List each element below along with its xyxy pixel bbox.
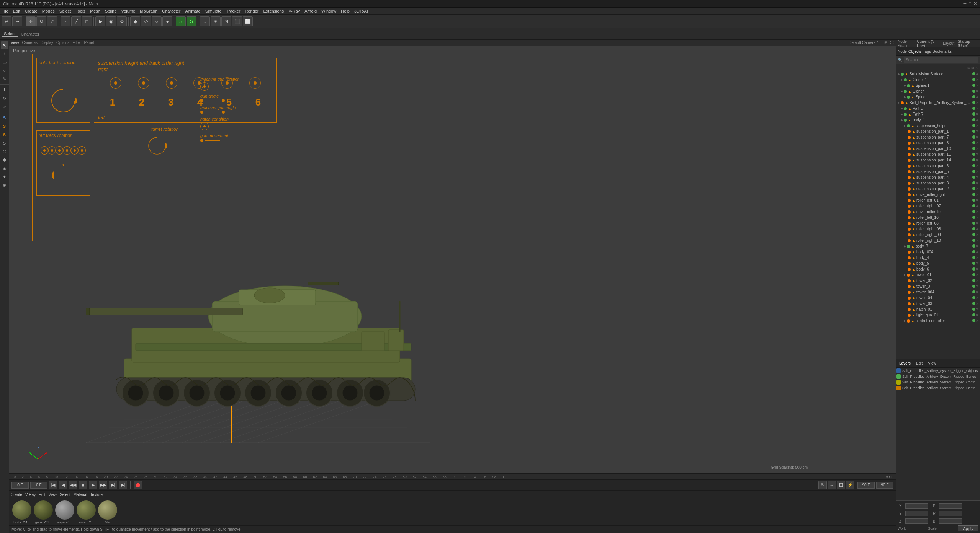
left-rotation-circle[interactable] [52, 164, 75, 187]
toolbar-faces[interactable]: □ [82, 16, 92, 26]
toolbar-render-settings[interactable]: ⚙ [117, 16, 127, 26]
susp-circle-1[interactable] [110, 77, 121, 89]
toolbar-move[interactable]: ✛ [26, 16, 36, 26]
tree-item-32[interactable]: ▲body_4✕ [896, 255, 980, 261]
tree-right-x-41[interactable]: ✕ [976, 308, 978, 311]
tool-circle[interactable]: ○ [1, 67, 8, 74]
toolbar-obj3[interactable]: ○ [152, 16, 162, 26]
tree-item-23[interactable]: ▲roller_right_07✕ [896, 203, 980, 209]
tree-item-17[interactable]: ▲suspension_part_5✕ [896, 169, 980, 174]
tree-right-x-0[interactable]: ✕ [976, 72, 978, 76]
tab-bookmarks[interactable]: Bookmarks [933, 49, 952, 54]
viewport-fullscreen[interactable]: ⛶ [890, 41, 894, 45]
coord-y-input[interactable] [905, 511, 928, 516]
tree-right-x-27[interactable]: ✕ [976, 227, 978, 231]
tree-right-x-23[interactable]: ✕ [976, 204, 978, 208]
tree-item-29[interactable]: ▲roller_right_10✕ [896, 238, 980, 243]
menu-tools[interactable]: Tools [75, 9, 85, 13]
tree-right-x-35[interactable]: ✕ [976, 273, 978, 277]
tree-right-x-24[interactable]: ✕ [976, 210, 978, 214]
tree-item-42[interactable]: ▲light_gun_01✕ [896, 312, 980, 318]
tool-rect[interactable]: ▭ [1, 58, 8, 66]
lsusp-c6[interactable] [78, 146, 86, 155]
menu-select[interactable]: Select [59, 9, 71, 13]
vsub-cameras[interactable]: Cameras [22, 41, 38, 45]
susp-circle-4[interactable] [193, 77, 205, 89]
tree-item-0[interactable]: ▶▲Subdivision Surface✕ [896, 71, 980, 77]
vsub-view[interactable]: View [11, 41, 19, 45]
menu-vray[interactable]: V-Ray [288, 9, 300, 13]
toolbar-plugin1[interactable]: S [176, 16, 186, 26]
tool-s4[interactable]: S [1, 139, 8, 147]
viewport-expand[interactable]: ⊞ [884, 41, 887, 45]
viewport-3d[interactable]: Perspective [9, 46, 896, 473]
turret-rotation-ctrl[interactable] [147, 136, 167, 156]
mat-tab-select[interactable]: Select [60, 492, 70, 497]
btn-record[interactable]: ⬤ [134, 481, 142, 489]
tab-character[interactable]: Character [19, 32, 42, 36]
tree-right-x-43[interactable]: ✕ [976, 319, 978, 323]
tree-right-x-33[interactable]: ✕ [976, 262, 978, 265]
toolbar-render[interactable]: ▶ [95, 16, 105, 26]
hatch-ctrl[interactable] [200, 122, 209, 130]
node-space-value[interactable]: Current (V-Ray) [917, 40, 937, 48]
tree-right-x-2[interactable]: ✕ [976, 84, 978, 87]
tree-item-36[interactable]: ▲tower_02✕ [896, 278, 980, 284]
menu-help[interactable]: Help [341, 9, 350, 13]
tree-right-x-37[interactable]: ✕ [976, 285, 978, 288]
lsusp-c3[interactable] [56, 146, 63, 155]
menu-3dtoai[interactable]: 3DToAI [354, 9, 368, 13]
layer-item-1[interactable]: Self_Propelled_Artillery_System_Rigged_B… [896, 373, 980, 379]
toolbar-undo[interactable]: ↩ [2, 16, 11, 26]
tree-item-12[interactable]: ▲suspension_part_8✕ [896, 140, 980, 146]
tree-item-6[interactable]: ▶▲PathL✕ [896, 106, 980, 111]
tree-item-41[interactable]: ▲hatch_01✕ [896, 306, 980, 312]
menu-render[interactable]: Render [245, 9, 258, 13]
btn-play-fwd[interactable]: ▶▶ [99, 481, 107, 489]
tree-item-16[interactable]: ▲suspension_part_6✕ [896, 163, 980, 169]
tree-item-10[interactable]: ▲suspension_part_1✕ [896, 129, 980, 134]
vsub-display[interactable]: Display [41, 41, 53, 45]
tree-right-x-6[interactable]: ✕ [976, 107, 978, 110]
tree-right-x-22[interactable]: ✕ [976, 199, 978, 202]
menu-file[interactable]: File [2, 9, 8, 13]
toolbar-misc1[interactable]: ↕ [200, 16, 210, 26]
menu-create[interactable]: Create [25, 9, 38, 13]
tree-right-x-18[interactable]: ✕ [976, 176, 978, 179]
tree-right-x-16[interactable]: ✕ [976, 164, 978, 168]
tree-item-31[interactable]: ▲body_004✕ [896, 249, 980, 255]
tree-right-x-10[interactable]: ✕ [976, 130, 978, 133]
menu-mograph[interactable]: MoGraph [140, 9, 157, 13]
tree-item-24[interactable]: ▲drive_roller_left✕ [896, 209, 980, 215]
tool-s3[interactable]: S [1, 131, 8, 139]
tree-right-x-40[interactable]: ✕ [976, 302, 978, 305]
tree-right-x-42[interactable]: ✕ [976, 313, 978, 317]
frame-current-input[interactable] [30, 482, 47, 489]
tree-right-x-14[interactable]: ✕ [976, 153, 978, 156]
tool-s8[interactable]: ✦ [1, 173, 8, 181]
menu-window[interactable]: Window [321, 9, 336, 13]
search-input[interactable] [904, 57, 978, 63]
tree-item-38[interactable]: ▲tower_004✕ [896, 289, 980, 295]
tab-select[interactable]: Select [2, 31, 18, 37]
btn-ping-pong[interactable]: ↔ [828, 481, 836, 489]
menu-extensions[interactable]: Extensions [263, 9, 284, 13]
frame-start-input[interactable] [11, 482, 29, 489]
tree-item-35[interactable]: ▶▲tower_01✕ [896, 272, 980, 278]
layers-tab[interactable]: Layers [898, 360, 912, 366]
tree-item-11[interactable]: ▲suspension_part_7✕ [896, 134, 980, 140]
tab-node[interactable]: Node [898, 49, 907, 54]
frame-fps-input[interactable] [876, 482, 893, 489]
vsub-panel[interactable]: Panel [84, 41, 94, 45]
frame-end-input[interactable] [857, 482, 875, 489]
btn-step-fwd[interactable]: ▶| [109, 481, 117, 489]
tree-item-39[interactable]: ▲tower_04✕ [896, 295, 980, 301]
menu-character[interactable]: Character [162, 9, 180, 13]
tree-item-7[interactable]: ▶▲PathR✕ [896, 111, 980, 117]
apply-button[interactable]: Apply [958, 525, 978, 531]
btn-fps[interactable]: 🎞 [837, 481, 845, 489]
menu-arnold[interactable]: Arnold [304, 9, 317, 13]
menu-edit[interactable]: Edit [13, 9, 20, 13]
mat-tab-view[interactable]: View [48, 492, 57, 497]
lsusp-c4[interactable] [63, 146, 71, 155]
